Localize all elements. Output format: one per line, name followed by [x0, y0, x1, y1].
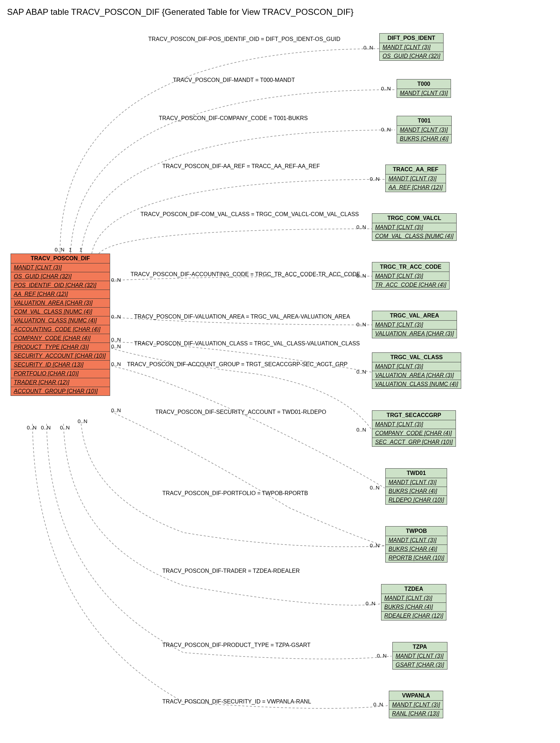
- ref-entity-field: COMPANY_CODE [CHAR (4)]: [372, 429, 456, 438]
- ref-entity-header: T000: [397, 79, 451, 89]
- ref-entity-field: MANDT [CLNT (3)]: [372, 223, 456, 232]
- cardinality-right: 0..N: [356, 427, 366, 433]
- cardinality-right: 0..N: [370, 485, 380, 491]
- cardinality-right: 0..N: [356, 224, 366, 230]
- ref-entity-field: VALUATION_AREA [CHAR (3)]: [372, 329, 457, 338]
- ref-entity-field: MANDT [CLNT (3)]: [381, 594, 446, 603]
- cardinality-left: 0..N: [111, 314, 121, 320]
- ref-entity-header: TRGC_VAL_CLASS: [372, 353, 461, 362]
- relation-label: TRACV_POSCON_DIF-MANDT = T000-MANDT: [173, 77, 295, 83]
- ref-entity-header: TRACC_AA_REF: [386, 165, 446, 174]
- ref-entity-field: MANDT [CLNT (3)]: [372, 321, 457, 329]
- ref-entity-dift_pos_ident: DIFT_POS_IDENTMANDT [CLNT (3)]OS_GUID [C…: [379, 33, 444, 61]
- cardinality-left: 0..N: [78, 418, 88, 424]
- cardinality-left: 0..N: [111, 337, 121, 343]
- main-entity-field: ACCOUNTING_CODE [CHAR (4)]: [11, 325, 110, 334]
- ref-entity-field: MANDT [CLNT (3)]: [386, 478, 447, 487]
- cardinality-right: 0..N: [356, 369, 366, 375]
- cardinality-left: 0..N: [111, 361, 121, 367]
- ref-entity-field: MANDT [CLNT (3)]: [389, 701, 443, 709]
- ref-entity-header: TWD01: [386, 469, 447, 478]
- er-diagram: TRACV_POSCON_DIF MANDT [CLNT (3)]OS_GUID…: [7, 20, 553, 741]
- relation-label: TRACV_POSCON_DIF-VALUATION_AREA = TRGC_V…: [134, 314, 350, 320]
- main-entity-field: AA_REF [CHAR (12)]: [11, 290, 110, 299]
- ref-entity-field: VALUATION_CLASS [NUMC (4)]: [372, 380, 461, 388]
- ref-entity-field: MANDT [CLNT (3)]: [397, 89, 451, 97]
- ref-entity-field: RANL [CHAR (13)]: [389, 709, 443, 718]
- cardinality-left: 0..N: [55, 246, 65, 252]
- page-title: SAP ABAP table TRACV_POSCON_DIF {Generat…: [7, 7, 553, 17]
- main-entity-field: MANDT [CLNT (3)]: [11, 263, 110, 272]
- cardinality-right: 0..N: [381, 85, 391, 91]
- ref-entity-field: SEC_ACCT_GRP [CHAR (10)]: [372, 438, 456, 446]
- ref-entity-field: MANDT [CLNT (3)]: [372, 362, 461, 371]
- relation-label: TRACV_POSCON_DIF-PRODUCT_TYPE = TZPA-GSA…: [162, 642, 311, 648]
- ref-entity-field: COM_VAL_CLASS [NUMC (4)]: [372, 232, 456, 240]
- cardinality-right: 0..N: [370, 542, 380, 548]
- ref-entity-header: TRGC_COM_VALCL: [372, 214, 456, 223]
- ref-entity-tzdea: TZDEAMANDT [CLNT (3)]BUKRS [CHAR (4)]RDE…: [381, 584, 446, 620]
- relation-label: TRACV_POSCON_DIF-SECURITY_ACCOUNT = TWD0…: [155, 409, 326, 415]
- ref-entity-field: GSART [CHAR (3)]: [393, 661, 447, 669]
- ref-entity-field: RLDEPO [CHAR (10)]: [386, 496, 447, 504]
- relation-label: TRACV_POSCON_DIF-AA_REF = TRACC_AA_REF-A…: [162, 163, 320, 170]
- ref-entity-field: BUKRS [CHAR (4)]: [386, 487, 447, 496]
- ref-entity-header: TRGT_SECACCGRP: [372, 411, 456, 420]
- ref-entity-field: MANDT [CLNT (3)]: [372, 420, 456, 429]
- ref-entity-trgc_val_class: TRGC_VAL_CLASSMANDT [CLNT (3)]VALUATION_…: [372, 352, 461, 389]
- relation-label: TRACV_POSCON_DIF-PORTFOLIO = TWPOB-RPORT…: [162, 490, 308, 497]
- ref-entity-tracc_aa_ref: TRACC_AA_REFMANDT [CLNT (3)]AA_REF [CHAR…: [385, 165, 446, 192]
- ref-entity-field: TR_ACC_CODE [CHAR (4)]: [372, 281, 449, 289]
- cardinality-right: 0..N: [370, 176, 380, 182]
- ref-entity-field: OS_GUID [CHAR (32)]: [380, 52, 443, 60]
- ref-entity-header: TRGC_TR_ACC_CODE: [372, 262, 449, 272]
- ref-entity-field: RDEALER [CHAR (12)]: [381, 612, 446, 620]
- ref-entity-vwpanla: VWPANLAMANDT [CLNT (3)]RANL [CHAR (13)]: [389, 691, 443, 718]
- relation-label: TRACV_POSCON_DIF-ACCOUNTING_CODE = TRGC_…: [131, 271, 360, 278]
- main-entity-field: VALUATION_AREA [CHAR (3)]: [11, 299, 110, 308]
- ref-entity-trgc_tr_acc_code: TRGC_TR_ACC_CODEMANDT [CLNT (3)]TR_ACC_C…: [372, 262, 450, 290]
- cardinality-right: 0..N: [373, 701, 383, 707]
- ref-entity-field: MANDT [CLNT (3)]: [393, 652, 447, 661]
- ref-entity-header: TZDEA: [381, 584, 446, 594]
- ref-entity-field: BUKRS [CHAR (4)]: [397, 135, 451, 143]
- relation-label: TRACV_POSCON_DIF-COM_VAL_CLASS = TRGC_CO…: [140, 211, 359, 218]
- ref-entity-field: MANDT [CLNT (3)]: [372, 272, 449, 281]
- main-entity-field: SECURITY_ACCOUNT [CHAR (10)]: [11, 352, 110, 361]
- main-entity-field: PRODUCT_TYPE [CHAR (3)]: [11, 343, 110, 352]
- relation-label: TRACV_POSCON_DIF-TRADER = TZDEA-RDEALER: [162, 568, 300, 574]
- ref-entity-field: MANDT [CLNT (3)]: [397, 126, 451, 135]
- cardinality-right: 0..N: [366, 600, 375, 606]
- ref-entity-field: BUKRS [CHAR (4)]: [381, 603, 446, 612]
- ref-entity-field: RPORTB [CHAR (10)]: [386, 554, 447, 562]
- ref-entity-trgc_val_area: TRGC_VAL_AREAMANDT [CLNT (3)]VALUATION_A…: [372, 311, 457, 338]
- main-entity-field: VALUATION_CLASS [NUMC (4)]: [11, 316, 110, 325]
- cardinality-right: 0..N: [381, 126, 391, 132]
- ref-entity-field: MANDT [CLNT (3)]: [386, 174, 446, 183]
- ref-entity-field: BUKRS [CHAR (4)]: [386, 545, 447, 554]
- ref-entity-field: MANDT [CLNT (3)]: [386, 536, 447, 545]
- ref-entity-t000: T000MANDT [CLNT (3)]: [397, 79, 451, 98]
- cardinality-right: 0..N: [356, 273, 366, 279]
- main-entity-header: TRACV_POSCON_DIF: [11, 254, 110, 263]
- relation-label: TRACV_POSCON_DIF-ACCOUNT_GROUP = TRGT_SE…: [127, 361, 348, 368]
- cardinality-right: 0..N: [377, 653, 387, 659]
- main-entity: TRACV_POSCON_DIF MANDT [CLNT (3)]OS_GUID…: [11, 254, 110, 396]
- main-entity-field: OS_GUID [CHAR (32)]: [11, 272, 110, 281]
- ref-entity-header: TRGC_VAL_AREA: [372, 311, 457, 321]
- main-entity-field: COM_VAL_CLASS [NUMC (4)]: [11, 308, 110, 316]
- ref-entity-header: TWPOB: [386, 527, 447, 536]
- cardinality-left: 0..N: [111, 407, 121, 413]
- ref-entity-t001: T001MANDT [CLNT (3)]BUKRS [CHAR (4)]: [397, 116, 452, 143]
- ref-entity-field: AA_REF [CHAR (12)]: [386, 183, 446, 192]
- cardinality-left: 0..N: [111, 277, 121, 283]
- ref-entity-header: T001: [397, 116, 451, 126]
- ref-entity-twd01: TWD01MANDT [CLNT (3)]BUKRS [CHAR (4)]RLD…: [385, 468, 447, 505]
- ref-entity-tzpa: TZPAMANDT [CLNT (3)]GSART [CHAR (3)]: [392, 642, 447, 670]
- main-entity-field: POS_IDENTIF_OID [CHAR (32)]: [11, 281, 110, 290]
- main-entity-field: TRADER [CHAR (12)]: [11, 378, 110, 387]
- ref-entity-field: MANDT [CLNT (3)]: [380, 43, 443, 52]
- cardinality-left: 0..N: [41, 424, 51, 430]
- relation-label: TRACV_POSCON_DIF-VALUATION_CLASS = TRGC_…: [134, 340, 360, 347]
- cardinality-left: 0..N: [111, 343, 121, 349]
